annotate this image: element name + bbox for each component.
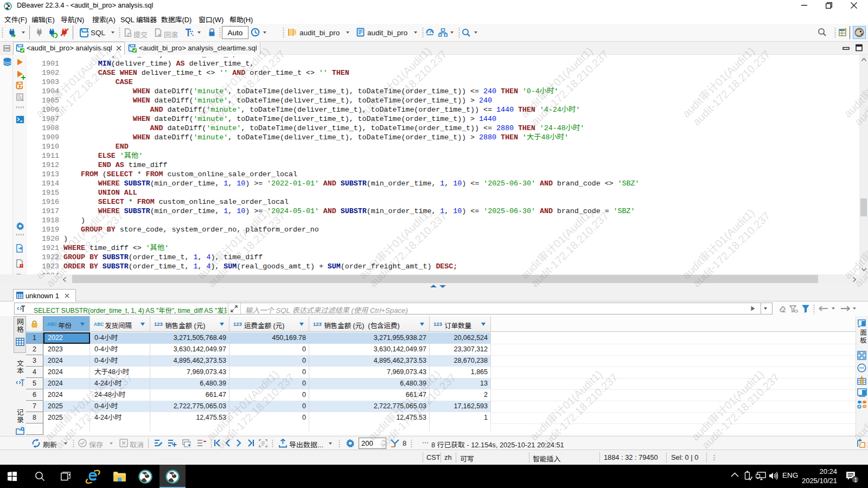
svg-text:1: 1: [854, 477, 857, 483]
